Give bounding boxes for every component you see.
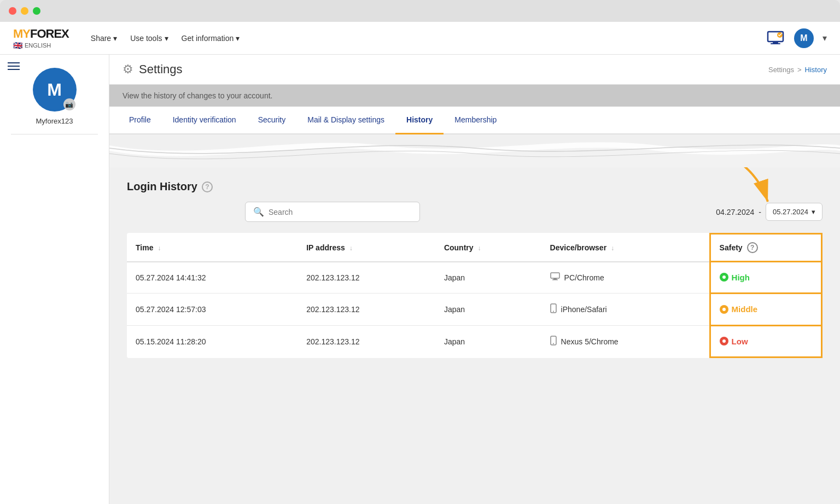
monitor-button[interactable] [766,28,785,48]
logo-my: MY [13,27,30,40]
safety-label-1: Middle [732,304,758,314]
hamburger-line [8,66,20,67]
col-ip-label: IP address [306,243,345,252]
safety-dot-orange-icon [720,305,728,314]
top-nav: MYFOREX 🇬🇧 ENGLISH Share ▾ Use tools ▾ G… [0,22,840,55]
svg-point-11 [553,343,554,344]
phone-icon [550,303,557,315]
safety-help-icon[interactable]: ? [747,242,758,253]
content-area: ⚙ Settings Settings > History View the h… [109,55,840,504]
window-chrome [0,0,840,22]
close-dot[interactable] [9,7,16,15]
device-cell-2: Nexus 5/Chrome [550,336,701,348]
date-chevron-icon: ▾ [812,208,815,216]
cell-country-1: Japan [435,293,541,325]
col-country[interactable]: Country ↓ [435,234,541,262]
share-chevron-icon: ▾ [113,34,117,43]
tabs-bar: Profile Identity verification Security M… [109,107,840,134]
user-avatar-button[interactable]: M [794,28,814,48]
tab-membership[interactable]: Membership [444,107,508,134]
logo-lang: 🇬🇧 ENGLISH [13,41,69,50]
logo[interactable]: MYFOREX 🇬🇧 ENGLISH [13,27,69,50]
cell-safety-1: Middle [710,293,821,325]
maximize-dot[interactable] [33,7,40,15]
cell-ip-1: 202.123.123.12 [298,293,435,325]
monitor-icon [550,272,560,283]
use-tools-chevron-icon: ▾ [165,34,168,43]
cell-device-2: Nexus 5/Chrome [541,325,710,358]
safety-dot-inner [722,339,726,343]
logo-forex: FOREX [30,27,69,40]
svg-point-9 [553,310,554,312]
hamburger-line [8,69,20,70]
minimize-dot[interactable] [21,7,28,15]
flag-icon: 🇬🇧 [13,41,22,50]
avatar[interactable]: M 📷 [33,68,77,112]
get-info-menu[interactable]: Get information ▾ [182,34,240,43]
camera-icon[interactable]: 📷 [63,98,75,110]
breadcrumb: Settings > History [768,66,827,74]
settings-title: Settings [139,62,183,77]
tablet-icon [550,336,557,348]
table-header: Time ↓ IP address ↓ Country ↓ [127,234,822,262]
lang-label: ENGLISH [25,42,51,49]
svg-rect-1 [773,42,778,43]
share-menu[interactable]: Share ▾ [91,34,117,43]
search-input[interactable] [269,208,412,216]
device-label-0: PC/Chrome [564,273,604,282]
help-icon[interactable]: ? [202,181,213,192]
cell-device-0: PC/Chrome [541,262,710,294]
cell-country-2: Japan [435,325,541,358]
sort-country-icon[interactable]: ↓ [477,244,481,252]
table-row: 05.27.2024 12:57:03 202.123.123.12 Japan… [127,293,822,325]
get-info-chevron-icon: ▾ [236,34,240,43]
use-tools-menu[interactable]: Use tools ▾ [130,34,168,43]
hamburger-menu[interactable] [4,59,23,73]
breadcrumb-separator: > [797,66,802,74]
date-to-label: 05.27.2024 [773,208,808,216]
share-label: Share [91,34,111,43]
table-row: 05.15.2024 11:28:20 202.123.123.12 Japan… [127,325,822,358]
sort-time-icon[interactable]: ↓ [158,244,161,252]
login-history-title: Login History [127,180,197,193]
logo-text: MYFOREX [13,27,69,41]
device-label-2: Nexus 5/Chrome [561,337,619,346]
info-banner: View the history of changes to your acco… [109,85,840,107]
tab-security[interactable]: Security [247,107,297,134]
tab-identity[interactable]: Identity verification [162,107,247,134]
date-to-button[interactable]: 05.27.2024 ▾ [766,203,822,221]
cell-country-0: Japan [435,262,541,294]
sidebar: M 📷 Myforex123 [0,55,109,504]
col-safety-label: Safety [720,243,743,252]
device-label-1: iPhone/Safari [561,305,607,314]
breadcrumb-current[interactable]: History [805,66,827,74]
avatar-initial: M [47,80,62,100]
sort-device-icon[interactable]: ↓ [611,244,614,252]
table-body: 05.27.2024 14:41:32 202.123.123.12 Japan… [127,262,822,358]
table-controls: 🔍 04.27.2024 - 05.27.2024 ▾ [127,202,822,222]
breadcrumb-settings[interactable]: Settings [768,66,794,74]
tab-profile[interactable]: Profile [118,107,162,134]
main-layout: M 📷 Myforex123 ⚙ Settings Settings > His… [0,55,840,504]
col-ip[interactable]: IP address ↓ [298,234,435,262]
hamburger-line [8,62,20,63]
cell-time-2: 05.15.2024 11:28:20 [127,325,298,358]
safety-dot-inner [722,276,726,279]
col-time[interactable]: Time ↓ [127,234,298,262]
tab-mail-display[interactable]: Mail & Display settings [296,107,395,134]
search-icon: 🔍 [253,207,264,217]
login-history-table: Time ↓ IP address ↓ Country ↓ [127,233,822,358]
gear-icon: ⚙ [122,62,133,77]
svg-rect-7 [552,279,558,280]
col-device[interactable]: Device/browser ↓ [541,234,710,262]
cell-safety-2: Low [710,325,821,358]
search-box[interactable]: 🔍 [245,202,420,222]
user-dropdown-chevron-icon[interactable]: ▾ [822,33,827,43]
safety-dot-red-icon [720,337,728,345]
safety-dot-inner [722,308,726,311]
table-row: 05.27.2024 14:41:32 202.123.123.12 Japan… [127,262,822,294]
sidebar-username: Myforex123 [36,117,73,125]
tab-history[interactable]: History [395,107,444,134]
sort-ip-icon[interactable]: ↓ [349,244,353,252]
user-initial: M [800,33,807,43]
